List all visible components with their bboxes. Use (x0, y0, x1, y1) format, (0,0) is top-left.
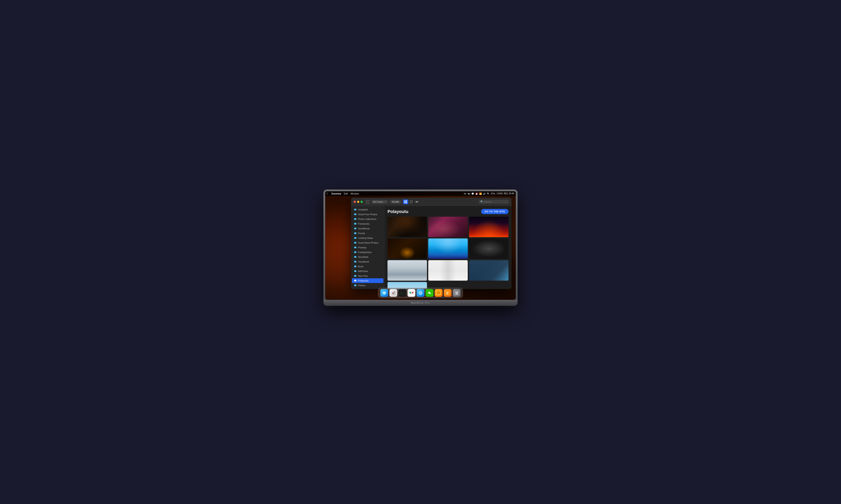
camera-icon (354, 265, 357, 268)
camera-icon (354, 256, 357, 258)
photo-card-8[interactable] (428, 260, 468, 281)
dock-chrome[interactable] (408, 289, 415, 297)
svg-rect-83 (456, 292, 458, 294)
view-single-button[interactable] (409, 199, 414, 204)
sidebar-item-freelyphotos[interactable]: Freelyphotos (352, 250, 383, 255)
dock-safari[interactable] (417, 289, 424, 297)
sidebar-item-polayoutu[interactable]: Polayoutu (352, 278, 383, 283)
minimize-button[interactable] (357, 201, 359, 203)
sidebar-label: Looking Glass (358, 237, 373, 239)
menubar-window[interactable]: Window (350, 192, 359, 195)
sidebar-label: Pixabay (358, 246, 366, 249)
svg-point-67 (411, 292, 412, 293)
photo-card-9[interactable] (469, 260, 509, 281)
menubar-app-name[interactable]: Zoommy (331, 192, 341, 195)
sidebar-item-pexels[interactable]: Pexels (352, 231, 383, 236)
go-to-site-button[interactable]: GO TO THE SITE (481, 209, 509, 214)
shuffle-button[interactable]: Shuffle (390, 200, 401, 204)
camera-icon (354, 208, 357, 211)
camera-icon (354, 237, 357, 239)
svg-point-29 (355, 242, 356, 243)
content-pane[interactable]: Polayoutu GO TO THE SITE (384, 206, 512, 289)
photo-card-5[interactable] (428, 238, 468, 259)
sidebar-item-visualhunt[interactable]: Visualhunt (352, 259, 383, 264)
camera-icon (354, 241, 357, 244)
svg-rect-3 (406, 202, 407, 203)
svg-text:Z: Z (447, 292, 448, 295)
camera-icon (354, 232, 357, 235)
screen-bezel:  Zoommy Edit Window 🎮 📷 💬 ⏰ 📶 🔊 🔍 97% (325, 191, 516, 300)
macbook-bottom: MacBook Pro (324, 300, 517, 306)
dock-sketch[interactable] (435, 289, 443, 297)
photo-card-1[interactable] (388, 217, 427, 237)
sidebar-item-altphotos[interactable]: AltPhotos (352, 269, 383, 273)
svg-text:>_: >_ (401, 292, 403, 294)
svg-point-35 (355, 252, 356, 252)
svg-rect-5 (415, 201, 418, 202)
maximize-button[interactable] (361, 201, 363, 203)
svg-point-11 (355, 214, 356, 215)
sidebar-item-pxhere[interactable]: Pxhere (352, 283, 383, 288)
svg-point-58 (383, 292, 384, 293)
sidebar-item-photo-collections[interactable]: Photo Collections (352, 217, 383, 221)
camera-icon (354, 222, 357, 225)
sidebar-item-looking-glass[interactable]: Looking Glass (352, 236, 383, 240)
traffic-lights (354, 201, 363, 203)
photo-card-2[interactable] (428, 217, 468, 237)
sidebar-label: Freestocks (358, 222, 370, 225)
close-button[interactable] (354, 201, 356, 203)
menubar-datetime: 1月6日 周五 20:40 (496, 192, 514, 195)
content-header: Polayoutu GO TO THE SITE (388, 209, 509, 214)
sidebar-item-unsplash[interactable]: Unsplash (352, 207, 383, 212)
menubar-wifi-icon: 📶 (479, 193, 482, 195)
sidebar-item-semirecta[interactable]: SemiRecta (352, 226, 383, 231)
color-filter-dropdown[interactable]: All Colors ▼ (371, 200, 388, 204)
dock-finder[interactable] (380, 289, 388, 297)
sidebar-item-freestocks[interactable]: Freestocks (352, 221, 383, 226)
dock-zeplin[interactable]: Z (444, 289, 451, 297)
title-bar: All Colors ▼ Shuffle (351, 198, 512, 206)
menubar-edit[interactable]: Edit (344, 192, 348, 195)
camera-icon (354, 275, 357, 277)
svg-rect-0 (404, 200, 406, 202)
dock-trash[interactable] (453, 289, 461, 297)
dock-wechat[interactable] (426, 289, 433, 297)
svg-point-47 (355, 271, 356, 271)
sidebar-item-slon-pics[interactable]: Slon Pics (352, 273, 383, 278)
dock-launchpad[interactable]: 🚀 (390, 289, 397, 297)
sidebar-label: Good Stock Photos (358, 241, 378, 244)
search-bar[interactable]: 🔍 (479, 200, 509, 204)
svg-point-50 (355, 276, 356, 276)
svg-point-59 (384, 292, 385, 293)
svg-rect-84 (455, 292, 458, 292)
search-input[interactable] (484, 200, 507, 203)
photo-card-6[interactable] (469, 238, 509, 259)
svg-point-57 (382, 291, 387, 295)
sidebar-item-stockified[interactable]: Stockified (352, 255, 383, 259)
menubar-icon-4: ⏰ (475, 193, 478, 195)
sidebar-label: Polayoutu (358, 280, 368, 282)
menubar-search-icon[interactable]: 🔍 (487, 193, 490, 195)
svg-point-20 (355, 228, 356, 229)
svg-point-38 (355, 257, 356, 257)
dropdown-arrow-icon: ▼ (384, 201, 386, 203)
menubar-icon-2: 📷 (467, 193, 470, 195)
sidebar-item-good-free-photos[interactable]: Good Free Photos (352, 212, 383, 217)
sidebar-item-good-stock-photos[interactable]: Good Stock Photos (352, 240, 383, 245)
photo-card-4[interactable] (388, 238, 427, 259)
sidebar-label: Good Free Photos (358, 213, 377, 216)
color-filter-label: All Colors (373, 200, 383, 203)
svg-point-44 (355, 266, 356, 267)
view-wide-button[interactable] (414, 199, 419, 204)
dock-terminal[interactable]: >_ (398, 289, 406, 297)
view-grid-button[interactable] (403, 199, 408, 204)
sidebar-toggle-button[interactable] (365, 200, 370, 203)
photo-card-7[interactable] (388, 260, 427, 281)
menubar-volume-icon: 🔊 (483, 193, 486, 195)
sidebar-item-burst[interactable]: Burst (352, 264, 383, 269)
photo-card-3[interactable] (469, 217, 509, 237)
camera-icon (354, 251, 357, 253)
svg-point-53 (355, 281, 356, 281)
sidebar: Unsplash Good Free Photos Photo Collecti… (351, 206, 384, 289)
sidebar-item-pixabay[interactable]: Pixabay (352, 245, 383, 250)
